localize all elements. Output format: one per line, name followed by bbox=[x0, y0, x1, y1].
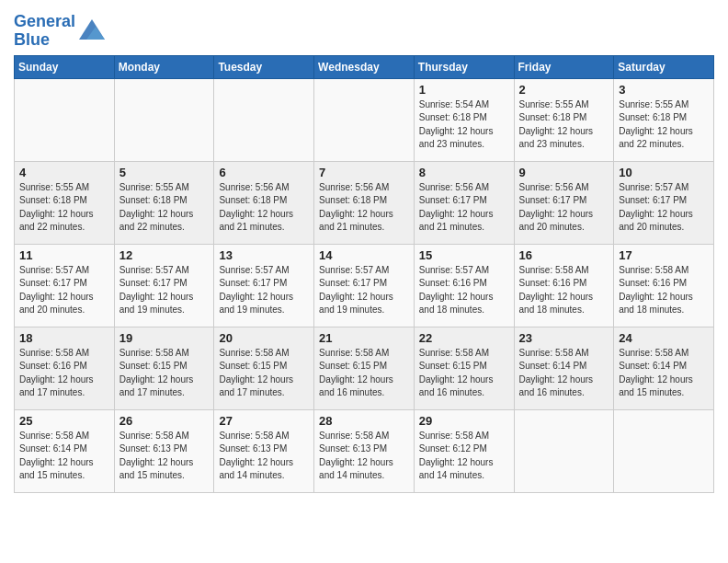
cell-info: Sunrise: 5:57 AM Sunset: 6:17 PM Dayligh… bbox=[119, 264, 210, 317]
calendar-cell: 11Sunrise: 5:57 AM Sunset: 6:17 PM Dayli… bbox=[15, 244, 115, 327]
logo: General Blue bbox=[14, 13, 105, 50]
calendar-cell bbox=[314, 78, 415, 161]
cell-info: Sunrise: 5:56 AM Sunset: 6:18 PM Dayligh… bbox=[319, 181, 409, 235]
cell-info: Sunrise: 5:58 AM Sunset: 6:15 PM Dayligh… bbox=[419, 347, 509, 400]
calendar-cell: 25Sunrise: 5:58 AM Sunset: 6:14 PM Dayli… bbox=[15, 409, 115, 492]
calendar-cell: 10Sunrise: 5:57 AM Sunset: 6:17 PM Dayli… bbox=[614, 161, 714, 244]
calendar-cell: 20Sunrise: 5:58 AM Sunset: 6:15 PM Dayli… bbox=[214, 327, 314, 409]
cell-info: Sunrise: 5:57 AM Sunset: 6:17 PM Dayligh… bbox=[219, 264, 309, 317]
day-number: 20 bbox=[219, 331, 309, 345]
calendar-cell: 24Sunrise: 5:58 AM Sunset: 6:14 PM Dayli… bbox=[614, 327, 714, 409]
cell-info: Sunrise: 5:58 AM Sunset: 6:14 PM Dayligh… bbox=[619, 347, 709, 400]
cell-info: Sunrise: 5:58 AM Sunset: 6:16 PM Dayligh… bbox=[619, 264, 709, 317]
day-number: 29 bbox=[419, 414, 509, 428]
cell-info: Sunrise: 5:57 AM Sunset: 6:17 PM Dayligh… bbox=[319, 264, 409, 317]
day-number: 9 bbox=[519, 166, 609, 179]
calendar-cell: 26Sunrise: 5:58 AM Sunset: 6:13 PM Dayli… bbox=[114, 409, 214, 492]
day-number: 2 bbox=[519, 83, 609, 97]
weekday-header-saturday: Saturday bbox=[614, 55, 714, 78]
cell-info: Sunrise: 5:55 AM Sunset: 6:18 PM Dayligh… bbox=[519, 98, 609, 152]
calendar-cell: 6Sunrise: 5:56 AM Sunset: 6:18 PM Daylig… bbox=[214, 161, 314, 244]
day-number: 11 bbox=[19, 248, 109, 262]
calendar-week-row: 4Sunrise: 5:55 AM Sunset: 6:18 PM Daylig… bbox=[15, 161, 714, 244]
calendar-cell: 27Sunrise: 5:58 AM Sunset: 6:13 PM Dayli… bbox=[214, 409, 314, 492]
calendar-week-row: 1Sunrise: 5:54 AM Sunset: 6:18 PM Daylig… bbox=[15, 78, 714, 161]
calendar-cell: 29Sunrise: 5:58 AM Sunset: 6:12 PM Dayli… bbox=[414, 409, 514, 492]
cell-info: Sunrise: 5:58 AM Sunset: 6:16 PM Dayligh… bbox=[19, 347, 109, 400]
cell-info: Sunrise: 5:58 AM Sunset: 6:13 PM Dayligh… bbox=[319, 430, 409, 483]
day-number: 26 bbox=[119, 414, 210, 428]
weekday-header-tuesday: Tuesday bbox=[214, 55, 314, 78]
calendar-cell: 2Sunrise: 5:55 AM Sunset: 6:18 PM Daylig… bbox=[514, 78, 614, 161]
calendar-cell: 28Sunrise: 5:58 AM Sunset: 6:13 PM Dayli… bbox=[314, 409, 415, 492]
cell-info: Sunrise: 5:57 AM Sunset: 6:17 PM Dayligh… bbox=[619, 181, 709, 235]
weekday-header-sunday: Sunday bbox=[15, 55, 115, 78]
calendar-cell: 21Sunrise: 5:58 AM Sunset: 6:15 PM Dayli… bbox=[314, 327, 415, 409]
day-number: 8 bbox=[419, 166, 509, 179]
day-number: 1 bbox=[419, 83, 509, 97]
day-number: 17 bbox=[619, 248, 709, 262]
calendar-week-row: 25Sunrise: 5:58 AM Sunset: 6:14 PM Dayli… bbox=[15, 409, 714, 492]
cell-info: Sunrise: 5:58 AM Sunset: 6:16 PM Dayligh… bbox=[519, 264, 609, 317]
day-number: 27 bbox=[219, 414, 309, 428]
calendar-cell: 9Sunrise: 5:56 AM Sunset: 6:17 PM Daylig… bbox=[514, 161, 614, 244]
cell-info: Sunrise: 5:58 AM Sunset: 6:14 PM Dayligh… bbox=[19, 430, 109, 483]
cell-info: Sunrise: 5:56 AM Sunset: 6:17 PM Dayligh… bbox=[419, 181, 509, 235]
cell-info: Sunrise: 5:57 AM Sunset: 6:17 PM Dayligh… bbox=[19, 264, 109, 317]
calendar-cell: 14Sunrise: 5:57 AM Sunset: 6:17 PM Dayli… bbox=[314, 244, 415, 327]
calendar-cell: 22Sunrise: 5:58 AM Sunset: 6:15 PM Dayli… bbox=[414, 327, 514, 409]
cell-info: Sunrise: 5:58 AM Sunset: 6:14 PM Dayligh… bbox=[519, 347, 609, 400]
calendar-cell: 3Sunrise: 5:55 AM Sunset: 6:18 PM Daylig… bbox=[614, 78, 714, 161]
cell-info: Sunrise: 5:55 AM Sunset: 6:18 PM Dayligh… bbox=[19, 181, 109, 235]
cell-info: Sunrise: 5:58 AM Sunset: 6:13 PM Dayligh… bbox=[219, 430, 309, 483]
weekday-header-row: SundayMondayTuesdayWednesdayThursdayFrid… bbox=[15, 55, 714, 78]
day-number: 19 bbox=[119, 331, 210, 345]
calendar-cell: 15Sunrise: 5:57 AM Sunset: 6:16 PM Dayli… bbox=[414, 244, 514, 327]
calendar-cell: 19Sunrise: 5:58 AM Sunset: 6:15 PM Dayli… bbox=[114, 327, 214, 409]
cell-info: Sunrise: 5:55 AM Sunset: 6:18 PM Dayligh… bbox=[619, 98, 709, 152]
calendar-cell: 4Sunrise: 5:55 AM Sunset: 6:18 PM Daylig… bbox=[15, 161, 115, 244]
calendar-cell bbox=[114, 78, 214, 161]
logo-icon bbox=[79, 19, 105, 40]
weekday-header-wednesday: Wednesday bbox=[314, 55, 415, 78]
weekday-header-thursday: Thursday bbox=[414, 55, 514, 78]
day-number: 21 bbox=[319, 331, 409, 345]
day-number: 16 bbox=[519, 248, 609, 262]
day-number: 25 bbox=[19, 414, 109, 428]
calendar-cell bbox=[15, 78, 115, 161]
calendar-cell bbox=[614, 409, 714, 492]
page-header: General Blue bbox=[14, 9, 714, 50]
day-number: 3 bbox=[619, 83, 709, 97]
day-number: 6 bbox=[219, 166, 309, 179]
calendar-cell: 7Sunrise: 5:56 AM Sunset: 6:18 PM Daylig… bbox=[314, 161, 415, 244]
day-number: 4 bbox=[19, 166, 109, 179]
cell-info: Sunrise: 5:58 AM Sunset: 6:15 PM Dayligh… bbox=[219, 347, 309, 400]
day-number: 13 bbox=[219, 248, 309, 262]
calendar-week-row: 11Sunrise: 5:57 AM Sunset: 6:17 PM Dayli… bbox=[15, 244, 714, 327]
cell-info: Sunrise: 5:55 AM Sunset: 6:18 PM Dayligh… bbox=[119, 181, 210, 235]
calendar-cell: 12Sunrise: 5:57 AM Sunset: 6:17 PM Dayli… bbox=[114, 244, 214, 327]
cell-info: Sunrise: 5:58 AM Sunset: 6:15 PM Dayligh… bbox=[319, 347, 409, 400]
cell-info: Sunrise: 5:58 AM Sunset: 6:15 PM Dayligh… bbox=[119, 347, 210, 400]
day-number: 5 bbox=[119, 166, 210, 179]
calendar-cell bbox=[514, 409, 614, 492]
calendar-cell: 16Sunrise: 5:58 AM Sunset: 6:16 PM Dayli… bbox=[514, 244, 614, 327]
day-number: 24 bbox=[619, 331, 709, 345]
day-number: 28 bbox=[319, 414, 409, 428]
calendar-cell bbox=[214, 78, 314, 161]
day-number: 18 bbox=[19, 331, 109, 345]
logo-text: General bbox=[14, 13, 75, 31]
calendar-week-row: 18Sunrise: 5:58 AM Sunset: 6:16 PM Dayli… bbox=[15, 327, 714, 409]
cell-info: Sunrise: 5:58 AM Sunset: 6:13 PM Dayligh… bbox=[119, 430, 210, 483]
calendar-cell: 23Sunrise: 5:58 AM Sunset: 6:14 PM Dayli… bbox=[514, 327, 614, 409]
calendar-cell: 17Sunrise: 5:58 AM Sunset: 6:16 PM Dayli… bbox=[614, 244, 714, 327]
calendar-cell: 1Sunrise: 5:54 AM Sunset: 6:18 PM Daylig… bbox=[414, 78, 514, 161]
cell-info: Sunrise: 5:58 AM Sunset: 6:12 PM Dayligh… bbox=[419, 430, 509, 483]
calendar-cell: 18Sunrise: 5:58 AM Sunset: 6:16 PM Dayli… bbox=[15, 327, 115, 409]
day-number: 12 bbox=[119, 248, 210, 262]
cell-info: Sunrise: 5:56 AM Sunset: 6:18 PM Dayligh… bbox=[219, 181, 309, 235]
calendar-table: SundayMondayTuesdayWednesdayThursdayFrid… bbox=[14, 55, 714, 493]
day-number: 10 bbox=[619, 166, 709, 179]
weekday-header-friday: Friday bbox=[514, 55, 614, 78]
calendar-cell: 13Sunrise: 5:57 AM Sunset: 6:17 PM Dayli… bbox=[214, 244, 314, 327]
